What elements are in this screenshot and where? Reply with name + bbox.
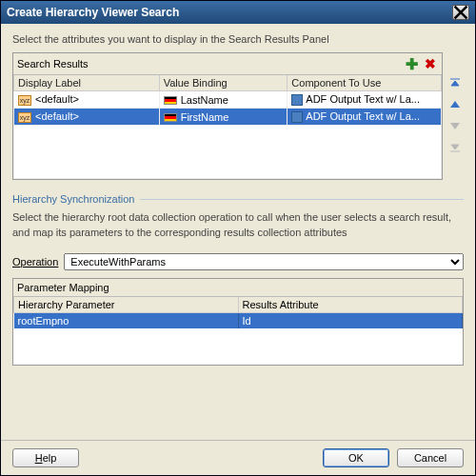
operation-label: Operation [12, 256, 58, 268]
search-results-section: Search Results ✚ ✖ Display Label Value B… [12, 52, 464, 180]
search-results-toolbar: ✚ ✖ [404, 56, 438, 71]
table-empty-area [14, 126, 442, 179]
cell-param: rootEmpno [14, 312, 239, 328]
intro-text: Select the attributes you want to displa… [12, 33, 464, 45]
cell-display-label: <default> [35, 110, 79, 122]
ok-button[interactable]: OK [323, 448, 389, 467]
cell-display-label: <default> [35, 93, 79, 105]
parameter-mapping-box: Parameter Mapping Hierarchy Parameter Re… [12, 278, 464, 366]
component-icon [291, 94, 303, 106]
col-value-binding[interactable]: Value Binding [159, 75, 288, 91]
parameter-mapping-label: Parameter Mapping [13, 279, 463, 297]
cell-component: ADF Output Text w/ La... [306, 93, 420, 105]
cell-value-binding: LastName [181, 94, 228, 106]
parameter-mapping-table: Hierarchy Parameter Results Attribute ro… [13, 297, 463, 328]
button-bar: Help OK Cancel [1, 440, 475, 475]
display-type-icon: xyz [18, 95, 31, 106]
content-area: Select the attributes you want to displa… [1, 24, 475, 440]
dialog: Create Hierarchy Viewer Search Select th… [0, 0, 476, 476]
add-icon[interactable]: ✚ [404, 56, 419, 71]
cell-component: ADF Output Text w/ La... [306, 110, 420, 122]
component-icon [291, 111, 303, 123]
dialog-title: Create Hierarchy Viewer Search [7, 6, 179, 19]
table-row[interactable]: xyz<default> LastName ADF Output Text w/… [14, 91, 442, 109]
move-up-button[interactable] [446, 96, 464, 113]
move-top-button[interactable] [446, 75, 464, 92]
search-results-label: Search Results [17, 58, 89, 69]
locale-icon [164, 96, 177, 105]
titlebar: Create Hierarchy Viewer Search [1, 1, 475, 24]
col-display-label[interactable]: Display Label [14, 75, 160, 91]
col-component[interactable]: Component To Use [288, 75, 442, 91]
locale-icon [164, 113, 177, 122]
col-hierarchy-param[interactable]: Hierarchy Parameter [14, 297, 239, 313]
operation-row: Operation ExecuteWithParams [12, 253, 464, 270]
table-row[interactable]: xyz<default> FirstName ADF Output Text w… [14, 109, 442, 126]
help-button[interactable]: Help [12, 448, 79, 467]
sync-heading: Hierarchy Synchronization [12, 193, 134, 205]
search-results-table: Display Label Value Binding Component To… [13, 75, 442, 179]
search-results-header: Search Results ✚ ✖ [13, 53, 442, 75]
cell-attr: Id [238, 312, 463, 328]
move-bottom-button[interactable] [446, 138, 464, 155]
cell-value-binding: FirstName [181, 111, 229, 123]
move-down-button[interactable] [446, 117, 464, 134]
operation-select[interactable]: ExecuteWithParams [64, 253, 464, 270]
divider [140, 199, 464, 200]
right-buttons: OK Cancel [323, 448, 464, 467]
table-header-row: Hierarchy Parameter Results Attribute [14, 297, 463, 313]
sync-section-header: Hierarchy Synchronization [12, 193, 464, 205]
reorder-buttons [446, 75, 464, 155]
search-results-box: Search Results ✚ ✖ Display Label Value B… [12, 52, 443, 180]
close-button[interactable] [452, 5, 469, 20]
table-header-row: Display Label Value Binding Component To… [14, 75, 442, 91]
display-type-icon: xyz [18, 112, 31, 123]
table-row[interactable]: rootEmpno Id [14, 312, 463, 328]
col-results-attr[interactable]: Results Attribute [238, 297, 463, 313]
delete-icon[interactable]: ✖ [423, 56, 438, 71]
sync-hint: Select the hierarchy root data collectio… [12, 210, 464, 240]
cancel-button[interactable]: Cancel [397, 448, 464, 467]
